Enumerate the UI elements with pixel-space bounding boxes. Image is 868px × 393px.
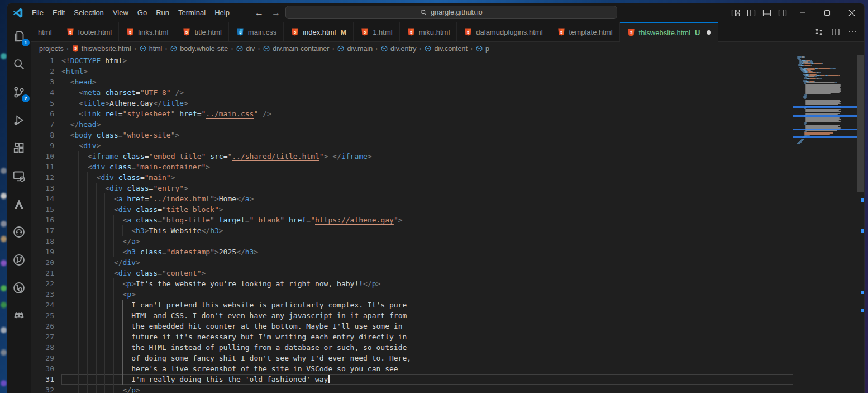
symbol-icon <box>263 45 270 53</box>
remote-explorer-icon[interactable] <box>12 169 26 183</box>
code-line-22[interactable]: 22 <p>It's the website you're looking at… <box>31 278 793 289</box>
tab-footer.html[interactable]: 5footer.html <box>59 22 120 41</box>
breadcrumb-item-div.main[interactable]: div.main <box>337 45 373 53</box>
extensions-icon[interactable] <box>12 141 26 155</box>
code-line-24[interactable]: 24 I can't pretend this website is parti… <box>31 300 793 310</box>
code-line-21[interactable]: 21 <div class="content"> <box>31 268 793 278</box>
breadcrumb-item-div.entry[interactable]: div.entry <box>380 45 416 53</box>
breadcrumb-separator: › <box>419 45 421 53</box>
html-file-icon: 5 <box>627 28 636 37</box>
menu-help[interactable]: Help <box>210 6 234 19</box>
minimize-button[interactable] <box>790 3 815 22</box>
breadcrumb-item-projects[interactable]: projects <box>39 45 64 53</box>
code-line-23[interactable]: 23 <p> <box>31 289 793 300</box>
unsaved-dot-icon[interactable] <box>707 30 711 35</box>
tab-template.html[interactable]: 5template.html <box>550 22 620 41</box>
code-line-6[interactable]: 6 <link rel="stylesheet" href="../main.c… <box>31 108 793 119</box>
html-file-icon: 5 <box>71 45 79 53</box>
search-icon[interactable] <box>12 57 26 72</box>
code-line-31[interactable]: 31 I'm really doing this the 'old-fashio… <box>31 374 793 385</box>
commit-graph-icon[interactable] <box>12 281 26 295</box>
breadcrumb-item-body.whole-site[interactable]: body.whole-site <box>170 45 228 53</box>
code-line-25[interactable]: 25 HTML and CSS. I don't even have any j… <box>31 310 793 321</box>
code-line-28[interactable]: 28 the HTML instead of pulling from a da… <box>31 342 793 353</box>
tab-html[interactable]: html <box>31 22 59 41</box>
close-button[interactable] <box>840 3 864 22</box>
code-line-7[interactable]: 7 </head> <box>31 119 793 130</box>
code-line-17[interactable]: 17 <h3>This Website</h3> <box>31 225 793 236</box>
menu-go[interactable]: Go <box>133 6 151 19</box>
minimap-change-marker <box>793 115 857 117</box>
code-line-26[interactable]: 26 the embedded hit counter at the botto… <box>31 321 793 332</box>
toggle-secondary-sidebar-icon[interactable] <box>775 3 790 22</box>
code-line-4[interactable]: 4 <meta charset="UTF-8" /> <box>31 87 793 98</box>
code-line-12[interactable]: 12 <div class="main"> <box>31 172 793 183</box>
tab-index.html[interactable]: 5index.htmlM <box>284 22 354 41</box>
symbol-icon <box>139 45 147 53</box>
tab-dalamudplugins.html[interactable]: 5dalamudplugins.html <box>457 22 550 41</box>
godot-tools-icon[interactable] <box>12 309 26 323</box>
code-line-9[interactable]: 9 <div> <box>31 140 793 151</box>
breadcrumb-item-div[interactable]: div <box>236 45 255 53</box>
scrollbar-slider[interactable] <box>857 55 864 192</box>
menu-edit[interactable]: Edit <box>48 6 69 19</box>
menu-terminal[interactable]: Terminal <box>174 6 210 19</box>
maximize-button[interactable] <box>815 3 840 22</box>
code-line-15[interactable]: 15 <div class="title-block"> <box>31 204 793 215</box>
code-line-3[interactable]: 3 <head> <box>31 77 793 87</box>
tab-title.html[interactable]: 5title.html <box>175 22 228 41</box>
toggle-primary-sidebar-icon[interactable] <box>743 3 759 22</box>
customize-layout-icon[interactable] <box>728 3 743 22</box>
toggle-panel-icon[interactable] <box>759 3 775 22</box>
more-actions-icon[interactable] <box>845 25 860 39</box>
code-line-10[interactable]: 10 <iframe class="embed-title" src="../s… <box>31 151 793 162</box>
github-icon[interactable] <box>12 225 26 239</box>
breadcrumb-item-div.content[interactable]: div.content <box>424 45 468 53</box>
tab-miku.html[interactable]: 5miku.html <box>400 22 457 41</box>
code-line-1[interactable]: 1<!DOCTYPE html> <box>31 55 793 66</box>
nav-back-icon[interactable]: ← <box>255 8 264 18</box>
code-line-20[interactable]: 20 </div> <box>31 257 793 268</box>
code-line-5[interactable]: 5 <title>Athene.Gay</title> <box>31 98 793 108</box>
code-line-16[interactable]: 16 <a class="blog-title" target="_blank"… <box>31 215 793 225</box>
menu-file[interactable]: File <box>27 6 48 19</box>
code-line-19[interactable]: 19 <h3 class="datestamp">2025</h3> <box>31 247 793 257</box>
code-line-29[interactable]: 29 of doing some fancy shit I don't see … <box>31 353 793 363</box>
code-line-30[interactable]: 30 here's a live screenshot of the site … <box>31 363 793 374</box>
tab-links.html[interactable]: 5links.html <box>119 22 175 41</box>
run-and-debug-icon[interactable] <box>12 113 26 127</box>
split-editor-icon[interactable] <box>828 25 843 39</box>
explorer-icon[interactable]: 1 <box>12 29 26 44</box>
code-line-13[interactable]: 13 <div class="entry"> <box>31 183 793 193</box>
code-line-11[interactable]: 11 <div class="main-container"> <box>31 162 793 172</box>
menu-selection[interactable]: Selection <box>69 6 108 19</box>
breadcrumb-item-thiswebsite.html[interactable]: 5thiswebsite.html <box>71 45 131 53</box>
tab-label: footer.html <box>78 28 112 36</box>
gitlens-icon[interactable] <box>12 253 26 267</box>
minimap[interactable] <box>793 55 857 393</box>
menu-view[interactable]: View <box>108 6 133 19</box>
line-number: 14 <box>31 193 61 204</box>
svg-text:5: 5 <box>69 30 71 35</box>
code-line-32[interactable]: 32 </p> <box>31 385 793 393</box>
code-line-14[interactable]: 14 <a href="../index.html">Home</a> <box>31 193 793 204</box>
open-changes-icon[interactable] <box>812 25 826 39</box>
breadcrumb-item-html[interactable]: html <box>139 45 163 53</box>
tab-thiswebsite.html[interactable]: 5thiswebsite.htmlU <box>620 22 719 42</box>
editor-scrollbar[interactable] <box>857 55 864 393</box>
breadcrumb-separator: › <box>470 45 473 53</box>
nav-forward-icon[interactable]: → <box>271 8 280 18</box>
tab-main.css[interactable]: 3main.css <box>229 22 284 41</box>
code-line-8[interactable]: 8 <body class="whole-site"> <box>31 130 793 140</box>
extension-a-icon[interactable] <box>12 197 26 211</box>
code-line-18[interactable]: 18 </a> <box>31 236 793 247</box>
code-editor[interactable]: 1<!DOCTYPE html>2<html>3 <head>4 <meta c… <box>31 55 793 393</box>
code-line-2[interactable]: 2<html> <box>31 66 793 77</box>
menu-run[interactable]: Run <box>151 6 174 19</box>
command-center[interactable]: gnargle.github.io <box>285 6 617 19</box>
breadcrumb-item-div.main-container[interactable]: div.main-container <box>263 45 329 53</box>
source-control-icon[interactable]: 2 <box>12 85 26 100</box>
code-line-27[interactable]: 27 future if it's necessary but I'm writ… <box>31 332 793 342</box>
tab-1.html[interactable]: 51.html <box>354 22 399 41</box>
breadcrumb-item-p[interactable]: p <box>475 45 489 53</box>
